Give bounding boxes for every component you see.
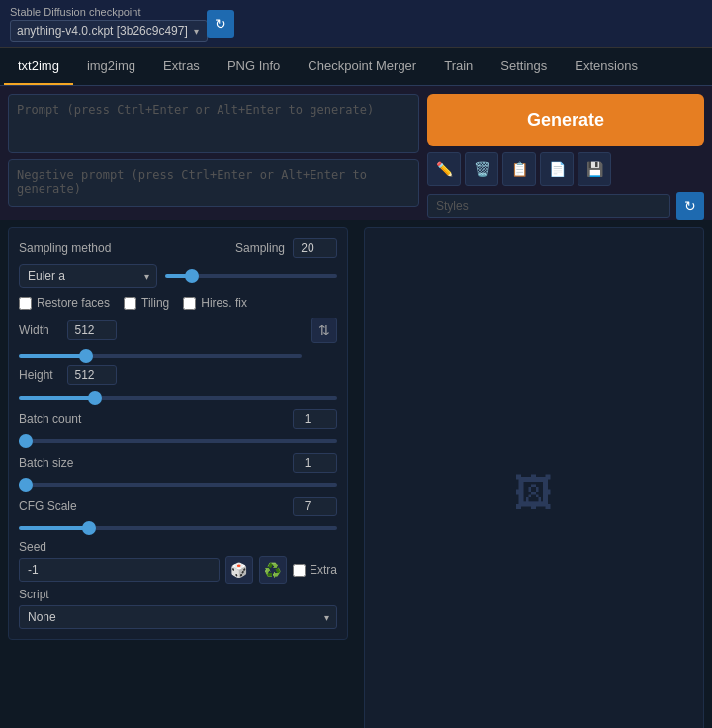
batch-count-input[interactable] xyxy=(293,410,337,429)
height-row: Height xyxy=(19,365,337,385)
cfg-scale-label: CFG Scale xyxy=(19,500,77,513)
height-label: Height xyxy=(19,368,63,382)
seed-input[interactable] xyxy=(19,558,220,582)
image-placeholder-icon: 🖼 xyxy=(514,471,554,515)
batch-size-label: Batch size xyxy=(19,456,73,470)
right-panel: 🖼 📁 Save Zip Send to img2img Send to inp… xyxy=(356,220,712,728)
negative-prompt[interactable] xyxy=(8,159,419,207)
extra-label: Extra xyxy=(310,563,337,577)
top-section: Generate ✏️ 🗑️ 📋 📄 💾 Styles ↻ xyxy=(0,86,712,220)
checkpoint-label: Stable Diffusion checkpoint xyxy=(10,6,199,18)
sampling-steps-slider[interactable] xyxy=(165,274,337,278)
generate-button[interactable]: Generate xyxy=(427,94,704,146)
styles-refresh-button[interactable]: ↻ xyxy=(676,192,704,220)
tiling-checkbox-item[interactable]: Tiling xyxy=(124,296,169,310)
batch-size-slider[interactable] xyxy=(19,483,337,487)
sampler-select[interactable]: Euler a DPM++ 2M Karras DPM++ SDE Karras xyxy=(19,264,157,288)
image-preview: 🖼 xyxy=(364,228,704,728)
seed-recycle-button[interactable]: ♻️ xyxy=(259,556,287,584)
trash-icon-button[interactable]: 🗑️ xyxy=(465,152,498,186)
tiling-label: Tiling xyxy=(141,296,169,310)
checkpoint-select-wrapper: anything-v4.0.ckpt [3b26c9c497] ▾ xyxy=(10,20,199,42)
script-select[interactable]: None xyxy=(19,605,337,629)
prompts-column xyxy=(8,94,419,220)
script-section: Script None ▾ xyxy=(19,588,337,629)
positive-prompt[interactable] xyxy=(8,94,419,153)
seed-row: 🎲 ♻️ Extra xyxy=(19,556,337,584)
batch-size-row: Batch size xyxy=(19,453,337,473)
action-icons-row: ✏️ 🗑️ 📋 📄 💾 xyxy=(427,152,704,186)
sampling-steps-input[interactable] xyxy=(293,238,337,258)
width-input[interactable] xyxy=(67,320,117,340)
cfg-scale-input[interactable] xyxy=(293,497,337,516)
generate-column: Generate ✏️ 🗑️ 📋 📄 💾 Styles ↻ xyxy=(427,94,704,220)
batch-size-input[interactable] xyxy=(293,453,337,473)
height-slider[interactable] xyxy=(19,396,337,400)
sampling-section: Sampling method Sampling Euler a DPM++ 2… xyxy=(8,228,348,640)
sampling-method-label: Sampling method xyxy=(19,241,128,255)
extra-checkbox[interactable] xyxy=(293,564,306,577)
styles-row: Styles ↻ xyxy=(427,192,704,220)
tab-extensions[interactable]: Extensions xyxy=(561,48,652,85)
save-icon-button[interactable]: 💾 xyxy=(578,152,611,186)
height-input[interactable] xyxy=(67,365,117,385)
tabs-bar: txt2img img2img Extras PNG Info Checkpoi… xyxy=(0,48,712,86)
tab-settings[interactable]: Settings xyxy=(487,48,561,85)
restore-faces-checkbox[interactable] xyxy=(19,297,32,310)
batch-count-label: Batch count xyxy=(19,412,81,426)
clipboard-icon-button[interactable]: 📋 xyxy=(502,152,536,186)
checkpoint-refresh-button[interactable]: ↻ xyxy=(207,10,234,38)
paste-icon-button[interactable]: 📄 xyxy=(540,152,574,186)
sampling-steps-label: Sampling xyxy=(235,241,285,255)
seed-section: Seed 🎲 ♻️ Extra xyxy=(19,540,337,584)
width-row: Width ⇅ xyxy=(19,318,337,343)
tab-extras[interactable]: Extras xyxy=(149,48,214,85)
left-panel: Sampling method Sampling Euler a DPM++ 2… xyxy=(0,220,356,728)
seed-random-button[interactable]: 🎲 xyxy=(225,556,253,584)
sampler-row: Sampling method Sampling xyxy=(19,238,337,258)
checkpoint-select[interactable]: anything-v4.0.ckpt [3b26c9c497] xyxy=(10,20,208,42)
extra-checkbox-item[interactable]: Extra xyxy=(293,563,337,577)
main-layout: Sampling method Sampling Euler a DPM++ 2… xyxy=(0,220,712,728)
tab-train[interactable]: Train xyxy=(430,48,487,85)
cfg-scale-slider[interactable] xyxy=(19,526,337,530)
width-slider[interactable] xyxy=(19,354,302,358)
tab-txt2img[interactable]: txt2img xyxy=(4,48,73,85)
tab-img2img[interactable]: img2img xyxy=(73,48,149,85)
batch-count-row: Batch count xyxy=(19,410,337,429)
pencil-icon-button[interactable]: ✏️ xyxy=(427,152,461,186)
script-label: Script xyxy=(19,588,337,601)
tab-checkpoint-merger[interactable]: Checkpoint Merger xyxy=(294,48,430,85)
hires-fix-checkbox[interactable] xyxy=(183,297,196,310)
hires-fix-label: Hires. fix xyxy=(201,296,247,310)
cfg-scale-row: CFG Scale xyxy=(19,497,337,516)
checkpoint-bar: Stable Diffusion checkpoint anything-v4.… xyxy=(0,0,712,48)
checkboxes-row: Restore faces Tiling Hires. fix xyxy=(19,296,337,310)
hires-fix-checkbox-item[interactable]: Hires. fix xyxy=(183,296,247,310)
swap-dimensions-button[interactable]: ⇅ xyxy=(312,318,337,343)
tab-pnginfo[interactable]: PNG Info xyxy=(214,48,294,85)
sampler-select-wrapper: Euler a DPM++ 2M Karras DPM++ SDE Karras xyxy=(19,264,157,288)
tiling-checkbox[interactable] xyxy=(124,297,136,310)
restore-faces-label: Restore faces xyxy=(37,296,110,310)
width-label: Width xyxy=(19,323,63,337)
restore-faces-checkbox-item[interactable]: Restore faces xyxy=(19,296,110,310)
batch-count-slider[interactable] xyxy=(19,439,337,443)
seed-label: Seed xyxy=(19,540,337,554)
styles-select[interactable]: Styles xyxy=(427,194,670,218)
